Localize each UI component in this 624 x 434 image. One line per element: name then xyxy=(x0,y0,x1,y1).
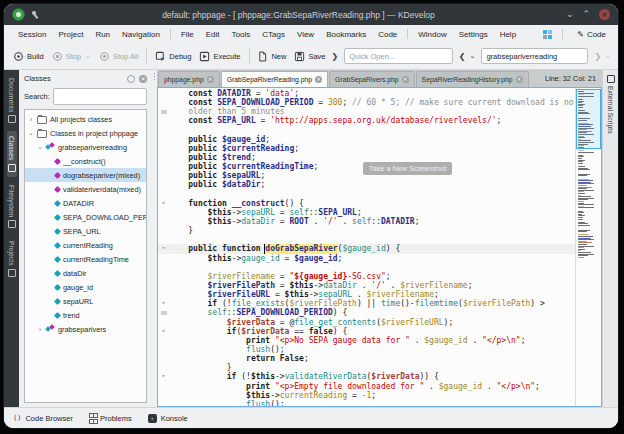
code-line[interactable]: ▾ if (!$this->validateRiverData($riverDa… xyxy=(158,372,575,381)
code-line[interactable]: print "<p>Empty file downloaded for " . … xyxy=(158,382,575,391)
tree-item[interactable]: currentReadingTime xyxy=(25,252,146,266)
menu-item-code[interactable]: Code xyxy=(372,28,403,41)
float-panel-icon[interactable] xyxy=(127,75,135,83)
menu-item-edit[interactable]: Edit xyxy=(200,28,226,41)
menu-item-session[interactable]: Session xyxy=(12,28,52,41)
maximize-icon[interactable]: ⌃ xyxy=(582,10,590,19)
expander-icon[interactable]: ⌄ xyxy=(37,143,43,151)
search-input[interactable] xyxy=(481,48,588,64)
new-button[interactable]: New xyxy=(253,48,290,65)
tab-close-icon[interactable]: ✕ xyxy=(402,76,409,83)
search-prev-icon[interactable]: ❮ xyxy=(457,50,468,63)
konsole-toolview[interactable]: › Konsole xyxy=(148,414,188,423)
menu-item-help[interactable]: Help xyxy=(494,28,522,41)
tree-item[interactable]: trend xyxy=(25,308,146,322)
pin-icon[interactable] xyxy=(31,10,40,19)
editor-tab[interactable]: SepaRiverReadingHistory.php✕ xyxy=(416,71,529,87)
menu-item-run[interactable]: Run xyxy=(89,28,116,41)
area-switcher-icon[interactable] xyxy=(543,30,552,39)
code-line[interactable]: ▾ if (!file_exists($riverFilePath) || ti… xyxy=(158,299,575,308)
menu-item-ctags[interactable]: CTags xyxy=(256,28,291,41)
code-line[interactable]: public $currentReading; xyxy=(158,144,575,153)
tree-item[interactable]: DATADIR xyxy=(25,196,146,210)
tree-item[interactable]: gauge_id xyxy=(25,280,146,294)
fold-marker-icon[interactable]: ▾ xyxy=(158,244,169,253)
code-line[interactable]: const SEPA_DOWNLOAD_PERIOD = 300; // 60 … xyxy=(158,98,575,107)
editor-area[interactable]: const DATADIR = 'data'; const SEPA_DOWNL… xyxy=(157,87,602,407)
code-line[interactable]: } xyxy=(158,226,575,235)
dock-tab-projects[interactable]: Projects xyxy=(7,236,17,282)
tree-item[interactable]: validateriverdata(mixed) xyxy=(25,182,146,196)
problems-toolview[interactable]: Problems xyxy=(89,413,132,424)
search-prev-dropdown-icon[interactable]: ⌄ xyxy=(468,50,478,62)
tree-item[interactable]: dograbsepariver(mixed) xyxy=(25,168,146,182)
dock-tab-documents[interactable]: Documents xyxy=(7,73,17,128)
dock-tab-external-scripts[interactable]: External Scripts xyxy=(607,75,615,134)
code-line[interactable] xyxy=(158,190,575,199)
classes-search-input[interactable] xyxy=(53,88,147,105)
tree-item[interactable]: SEPA_DOWNLOAD_PERIOD xyxy=(25,210,146,224)
tree-item[interactable]: ⌄grabsepariverreading xyxy=(25,140,146,154)
menu-item-settings[interactable]: Settings xyxy=(453,28,494,41)
fold-marker-icon[interactable]: ▾ xyxy=(158,299,169,308)
menu-item-window[interactable]: Window xyxy=(412,28,452,41)
code-line[interactable]: ▾ function __construct() { xyxy=(158,199,575,208)
code-browser-toolview[interactable]: () Code Browser xyxy=(13,414,73,423)
code-line[interactable]: $riverFilePath = $this->dataDir . '/' . … xyxy=(158,281,575,290)
dock-tab-classes[interactable]: Classes xyxy=(7,131,17,176)
menu-item-project[interactable]: Project xyxy=(52,28,89,41)
expander-icon[interactable]: ⌄ xyxy=(28,129,34,137)
code-line[interactable]: $this->sepaURL = self::SEPA_URL; xyxy=(158,208,575,217)
code-line[interactable]: ▾ public function doGrabSepaRiver($gauge… xyxy=(158,244,575,253)
code-line[interactable]: flush(); xyxy=(158,400,575,406)
code-line[interactable]: $this->gauge_id = $gauge_id; xyxy=(158,254,575,263)
code-area-button[interactable]: ✎ Code xyxy=(573,29,610,40)
fold-marker-icon[interactable]: ▾ xyxy=(158,372,169,381)
minimap-viewport[interactable] xyxy=(576,89,601,149)
tree-item[interactable]: SEPA_URL xyxy=(25,224,146,238)
code-line[interactable]: $this->currentReading = -1; xyxy=(158,391,575,400)
code-line[interactable]: public $dataDir; xyxy=(158,180,575,189)
titlebar[interactable]: default: phppage - [ phppage:GrabSepaRiv… xyxy=(4,4,618,25)
tree-item[interactable]: __construct() xyxy=(25,154,146,168)
tree-item[interactable]: dataDir xyxy=(25,266,146,280)
editor-tab[interactable]: GrabSepaRivers.php✕ xyxy=(329,71,414,87)
code-line[interactable] xyxy=(158,126,575,135)
tree-item[interactable]: sepaURL xyxy=(25,294,146,308)
dock-tab-filesystem[interactable]: Filesystem xyxy=(7,180,17,233)
menu-item-navigation[interactable]: Navigation xyxy=(116,28,166,41)
menu-item-bookmarks[interactable]: Bookmarks xyxy=(320,28,372,41)
menu-item-tools[interactable]: Tools xyxy=(226,28,257,41)
editor-tab[interactable]: phppage.php✕ xyxy=(158,71,220,87)
tree-item[interactable]: currentReading xyxy=(25,238,146,252)
build-button[interactable]: Build xyxy=(9,48,48,65)
code-line[interactable] xyxy=(158,263,575,272)
code-line[interactable]: $riverFileURL = $this->sepaURL . $riverF… xyxy=(158,290,575,299)
expander-icon[interactable]: › xyxy=(37,326,43,333)
code-line[interactable]: $riverData = @file_get_contents($riverFi… xyxy=(158,318,575,327)
minimap-scrollbar[interactable] xyxy=(575,88,601,406)
code-line[interactable]: public $gauge_id; xyxy=(158,135,575,144)
code-view[interactable]: const DATADIR = 'data'; const SEPA_DOWNL… xyxy=(158,88,575,406)
code-line[interactable]: public $currentReadingTime; xyxy=(158,162,575,171)
quick-open-input[interactable] xyxy=(344,48,453,64)
code-line[interactable]: print "<p>No SEPA gauge data for " . $ga… xyxy=(158,336,575,345)
debug-button[interactable]: Debug xyxy=(151,48,195,65)
minimize-icon[interactable]: ⌄ xyxy=(566,10,574,19)
tree-item[interactable]: ›grabseparivers xyxy=(25,322,146,336)
editor-tab[interactable]: GrabSepaRiverReading.php✕ xyxy=(221,71,328,87)
code-line[interactable]: public $trend; xyxy=(158,153,575,162)
code-line[interactable]: const SEPA_URL = 'http://apps.sepa.org.u… xyxy=(158,116,575,125)
tab-close-icon[interactable]: ✕ xyxy=(315,76,322,83)
expander-icon[interactable]: › xyxy=(28,116,34,123)
code-line[interactable]: older than 5 minutes xyxy=(158,107,575,116)
menu-item-view[interactable]: View xyxy=(291,28,320,41)
tab-close-icon[interactable]: ✕ xyxy=(516,76,523,83)
close-panel-icon[interactable]: ✕ xyxy=(139,75,147,83)
execute-button[interactable]: Execute xyxy=(195,48,244,65)
tree-item[interactable]: ⌄Classes in project phppage xyxy=(25,126,146,140)
menu-item-file[interactable]: File xyxy=(175,28,200,41)
fold-marker-icon[interactable]: ▾ xyxy=(158,327,169,336)
code-line[interactable]: self::SEPA_DOWNLOAD_PERIOD) { xyxy=(158,308,575,317)
code-line[interactable]: } xyxy=(158,363,575,372)
